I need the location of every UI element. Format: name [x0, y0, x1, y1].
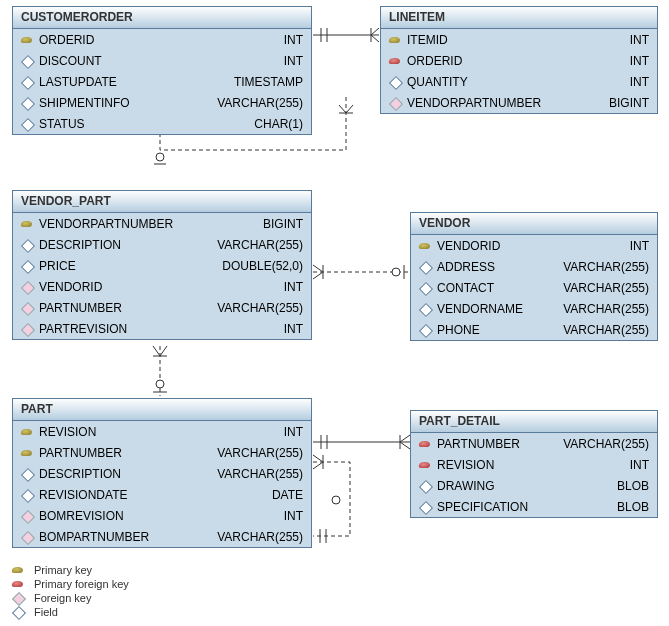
- field-row: VENDORIDINT: [13, 276, 311, 297]
- legend-row-fk: Foreign key: [12, 592, 129, 604]
- field-row: DESCRIPTIONVARCHAR(255): [13, 463, 311, 484]
- entity-body: ITEMIDINTORDERIDINTQUANTITYINTVENDORPART…: [381, 29, 657, 113]
- svg-point-32: [332, 496, 340, 504]
- entity-title: PART: [13, 399, 311, 421]
- legend-label: Primary key: [34, 564, 92, 576]
- field-row: BOMREVISIONINT: [13, 505, 311, 526]
- field-name: VENDORNAME: [437, 302, 523, 316]
- foreign-key-icon: [21, 281, 33, 293]
- field-icon: [21, 76, 33, 88]
- field-icon: [21, 260, 33, 272]
- primary-foreign-key-icon: [12, 578, 24, 590]
- field-row: PARTNUMBERVARCHAR(255): [13, 442, 311, 463]
- field-name: BOMREVISION: [39, 509, 124, 523]
- legend-label: Primary foreign key: [34, 578, 129, 590]
- legend-label: Field: [34, 606, 58, 618]
- field-type: INT: [630, 33, 649, 47]
- entity-title: VENDOR: [411, 213, 657, 235]
- field-name: STATUS: [39, 117, 85, 131]
- field-name: PARTNUMBER: [39, 301, 122, 315]
- field-type: VARCHAR(255): [217, 446, 303, 460]
- field-type: INT: [284, 322, 303, 336]
- foreign-key-icon: [21, 302, 33, 314]
- field-icon: [21, 97, 33, 109]
- field-row: PARTNUMBERVARCHAR(255): [411, 433, 657, 454]
- primary-key-icon: [21, 426, 33, 438]
- entity-title: LINEITEM: [381, 7, 657, 29]
- field-row: QUANTITYINT: [381, 71, 657, 92]
- field-type: VARCHAR(255): [563, 437, 649, 451]
- field-name: ORDERID: [407, 54, 462, 68]
- legend-row-field: Field: [12, 606, 129, 618]
- field-icon: [419, 501, 431, 513]
- field-icon: [389, 76, 401, 88]
- entity-body: VENDORIDINTADDRESSVARCHAR(255)CONTACTVAR…: [411, 235, 657, 340]
- entity-body: REVISIONINTPARTNUMBERVARCHAR(255)DESCRIP…: [13, 421, 311, 547]
- field-row: ORDERIDINT: [13, 29, 311, 50]
- field-icon: [12, 606, 24, 618]
- field-icon: [21, 489, 33, 501]
- svg-line-14: [313, 272, 323, 279]
- field-name: SPECIFICATION: [437, 500, 528, 514]
- field-type: INT: [284, 54, 303, 68]
- field-name: SHIPMENTINFO: [39, 96, 130, 110]
- field-row: DESCRIPTIONVARCHAR(255): [13, 234, 311, 255]
- field-type: INT: [630, 239, 649, 253]
- field-name: VENDORPARTNUMBER: [407, 96, 541, 110]
- field-name: LASTUPDATE: [39, 75, 117, 89]
- field-type: DATE: [272, 488, 303, 502]
- primary-key-icon: [419, 240, 431, 252]
- field-row: LASTUPDATETIMESTAMP: [13, 71, 311, 92]
- field-row: REVISIONINT: [13, 421, 311, 442]
- field-name: ORDERID: [39, 33, 94, 47]
- field-name: DESCRIPTION: [39, 238, 121, 252]
- field-row: VENDORPARTNUMBERBIGINT: [13, 213, 311, 234]
- svg-point-6: [156, 153, 164, 161]
- field-row: ITEMIDINT: [381, 29, 657, 50]
- field-name: PHONE: [437, 323, 480, 337]
- svg-point-21: [156, 380, 164, 388]
- foreign-key-icon: [21, 510, 33, 522]
- primary-foreign-key-icon: [419, 438, 431, 450]
- foreign-key-icon: [12, 592, 24, 604]
- primary-key-icon: [12, 564, 24, 576]
- svg-line-5: [371, 35, 379, 42]
- entity-customerorder: CUSTOMERORDER ORDERIDINTDISCOUNTINTLASTU…: [12, 6, 312, 135]
- field-row: PHONEVARCHAR(255): [411, 319, 657, 340]
- field-icon: [21, 468, 33, 480]
- field-row: DISCOUNTINT: [13, 50, 311, 71]
- foreign-key-icon: [389, 97, 401, 109]
- entity-body: ORDERIDINTDISCOUNTINTLASTUPDATETIMESTAMP…: [13, 29, 311, 134]
- field-row: VENDORPARTNUMBERBIGINT: [381, 92, 657, 113]
- field-name: PARTNUMBER: [437, 437, 520, 451]
- field-name: REVISION: [437, 458, 494, 472]
- field-type: VARCHAR(255): [217, 238, 303, 252]
- field-row: BOMPARTNUMBERVARCHAR(255): [13, 526, 311, 547]
- field-name: PARTNUMBER: [39, 446, 122, 460]
- svg-point-15: [392, 268, 400, 276]
- entity-part: PART REVISIONINTPARTNUMBERVARCHAR(255)DE…: [12, 398, 312, 548]
- field-type: VARCHAR(255): [563, 281, 649, 295]
- entity-vendor: VENDOR VENDORIDINTADDRESSVARCHAR(255)CON…: [410, 212, 658, 341]
- field-icon: [419, 261, 431, 273]
- field-row: PRICEDOUBLE(52,0): [13, 255, 311, 276]
- field-name: DRAWING: [437, 479, 495, 493]
- field-row: SHIPMENTINFOVARCHAR(255): [13, 92, 311, 113]
- field-row: REVISIONDATEDATE: [13, 484, 311, 505]
- field-name: ADDRESS: [437, 260, 495, 274]
- field-row: VENDORNAMEVARCHAR(255): [411, 298, 657, 319]
- field-name: VENDORID: [437, 239, 500, 253]
- field-row: PARTNUMBERVARCHAR(255): [13, 297, 311, 318]
- field-row: STATUSCHAR(1): [13, 113, 311, 134]
- field-name: REVISION: [39, 425, 96, 439]
- field-row: REVISIONINT: [411, 454, 657, 475]
- field-type: INT: [284, 280, 303, 294]
- field-name: BOMPARTNUMBER: [39, 530, 149, 544]
- field-row: CONTACTVARCHAR(255): [411, 277, 657, 298]
- field-row: PARTREVISIONINT: [13, 318, 311, 339]
- foreign-key-icon: [21, 323, 33, 335]
- field-type: VARCHAR(255): [217, 301, 303, 315]
- field-type: BLOB: [617, 479, 649, 493]
- field-type: INT: [630, 75, 649, 89]
- field-icon: [419, 282, 431, 294]
